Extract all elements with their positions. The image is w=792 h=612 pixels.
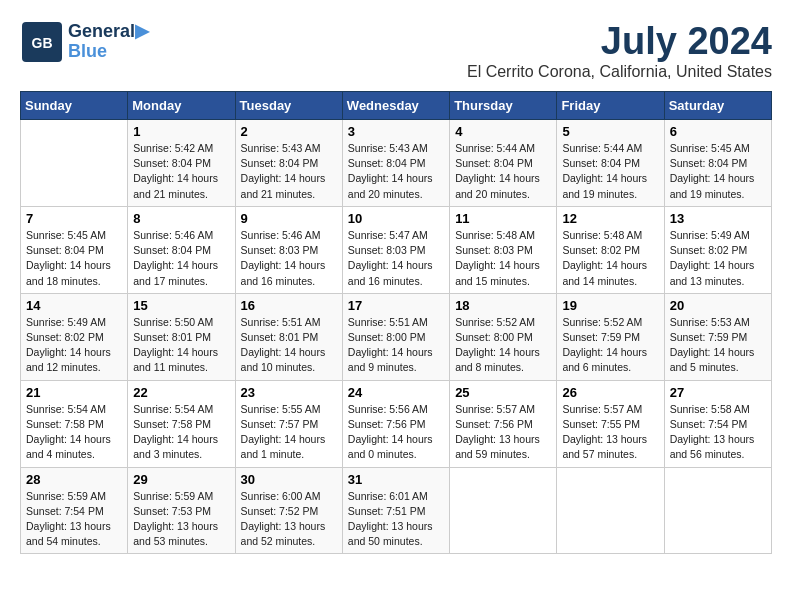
calendar-cell: 10Sunrise: 5:47 AM Sunset: 8:03 PM Dayli… — [342, 206, 449, 293]
location-title: El Cerrito Corona, California, United St… — [467, 63, 772, 81]
calendar-cell: 7Sunrise: 5:45 AM Sunset: 8:04 PM Daylig… — [21, 206, 128, 293]
weekday-header-tuesday: Tuesday — [235, 92, 342, 120]
calendar-cell: 26Sunrise: 5:57 AM Sunset: 7:55 PM Dayli… — [557, 380, 664, 467]
day-info: Sunrise: 5:48 AM Sunset: 8:02 PM Dayligh… — [562, 228, 658, 289]
calendar-cell — [450, 467, 557, 554]
calendar-cell: 16Sunrise: 5:51 AM Sunset: 8:01 PM Dayli… — [235, 293, 342, 380]
day-number: 28 — [26, 472, 122, 487]
calendar-cell: 12Sunrise: 5:48 AM Sunset: 8:02 PM Dayli… — [557, 206, 664, 293]
calendar-cell — [664, 467, 771, 554]
day-number: 7 — [26, 211, 122, 226]
calendar-cell: 28Sunrise: 5:59 AM Sunset: 7:54 PM Dayli… — [21, 467, 128, 554]
day-info: Sunrise: 5:45 AM Sunset: 8:04 PM Dayligh… — [26, 228, 122, 289]
month-title: July 2024 — [467, 20, 772, 63]
day-info: Sunrise: 5:46 AM Sunset: 8:04 PM Dayligh… — [133, 228, 229, 289]
day-number: 4 — [455, 124, 551, 139]
day-info: Sunrise: 5:44 AM Sunset: 8:04 PM Dayligh… — [455, 141, 551, 202]
day-number: 24 — [348, 385, 444, 400]
weekday-header-thursday: Thursday — [450, 92, 557, 120]
calendar-cell: 24Sunrise: 5:56 AM Sunset: 7:56 PM Dayli… — [342, 380, 449, 467]
day-info: Sunrise: 5:57 AM Sunset: 7:56 PM Dayligh… — [455, 402, 551, 463]
day-number: 27 — [670, 385, 766, 400]
day-info: Sunrise: 5:55 AM Sunset: 7:57 PM Dayligh… — [241, 402, 337, 463]
day-number: 6 — [670, 124, 766, 139]
calendar-cell: 25Sunrise: 5:57 AM Sunset: 7:56 PM Dayli… — [450, 380, 557, 467]
day-info: Sunrise: 5:50 AM Sunset: 8:01 PM Dayligh… — [133, 315, 229, 376]
day-number: 29 — [133, 472, 229, 487]
calendar-cell: 18Sunrise: 5:52 AM Sunset: 8:00 PM Dayli… — [450, 293, 557, 380]
weekday-header-friday: Friday — [557, 92, 664, 120]
calendar-cell — [21, 120, 128, 207]
day-number: 20 — [670, 298, 766, 313]
day-info: Sunrise: 5:48 AM Sunset: 8:03 PM Dayligh… — [455, 228, 551, 289]
weekday-header-sunday: Sunday — [21, 92, 128, 120]
calendar-cell: 6Sunrise: 5:45 AM Sunset: 8:04 PM Daylig… — [664, 120, 771, 207]
calendar-cell: 20Sunrise: 5:53 AM Sunset: 7:59 PM Dayli… — [664, 293, 771, 380]
day-info: Sunrise: 6:01 AM Sunset: 7:51 PM Dayligh… — [348, 489, 444, 550]
day-number: 13 — [670, 211, 766, 226]
day-info: Sunrise: 5:47 AM Sunset: 8:03 PM Dayligh… — [348, 228, 444, 289]
day-number: 18 — [455, 298, 551, 313]
day-info: Sunrise: 5:51 AM Sunset: 8:00 PM Dayligh… — [348, 315, 444, 376]
day-number: 8 — [133, 211, 229, 226]
calendar-cell: 1Sunrise: 5:42 AM Sunset: 8:04 PM Daylig… — [128, 120, 235, 207]
day-number: 19 — [562, 298, 658, 313]
calendar-cell: 30Sunrise: 6:00 AM Sunset: 7:52 PM Dayli… — [235, 467, 342, 554]
weekday-header-wednesday: Wednesday — [342, 92, 449, 120]
day-number: 17 — [348, 298, 444, 313]
calendar-cell: 23Sunrise: 5:55 AM Sunset: 7:57 PM Dayli… — [235, 380, 342, 467]
day-number: 2 — [241, 124, 337, 139]
calendar-cell: 3Sunrise: 5:43 AM Sunset: 8:04 PM Daylig… — [342, 120, 449, 207]
day-number: 23 — [241, 385, 337, 400]
day-info: Sunrise: 5:51 AM Sunset: 8:01 PM Dayligh… — [241, 315, 337, 376]
day-number: 3 — [348, 124, 444, 139]
day-number: 10 — [348, 211, 444, 226]
day-number: 1 — [133, 124, 229, 139]
day-info: Sunrise: 5:53 AM Sunset: 7:59 PM Dayligh… — [670, 315, 766, 376]
weekday-header-monday: Monday — [128, 92, 235, 120]
day-number: 22 — [133, 385, 229, 400]
day-info: Sunrise: 5:46 AM Sunset: 8:03 PM Dayligh… — [241, 228, 337, 289]
day-info: Sunrise: 5:49 AM Sunset: 8:02 PM Dayligh… — [670, 228, 766, 289]
day-info: Sunrise: 5:57 AM Sunset: 7:55 PM Dayligh… — [562, 402, 658, 463]
calendar-cell: 19Sunrise: 5:52 AM Sunset: 7:59 PM Dayli… — [557, 293, 664, 380]
day-number: 15 — [133, 298, 229, 313]
calendar-cell: 22Sunrise: 5:54 AM Sunset: 7:58 PM Dayli… — [128, 380, 235, 467]
day-number: 14 — [26, 298, 122, 313]
day-number: 12 — [562, 211, 658, 226]
day-info: Sunrise: 5:59 AM Sunset: 7:54 PM Dayligh… — [26, 489, 122, 550]
day-number: 16 — [241, 298, 337, 313]
day-info: Sunrise: 5:56 AM Sunset: 7:56 PM Dayligh… — [348, 402, 444, 463]
day-number: 21 — [26, 385, 122, 400]
day-number: 31 — [348, 472, 444, 487]
calendar-cell: 29Sunrise: 5:59 AM Sunset: 7:53 PM Dayli… — [128, 467, 235, 554]
day-info: Sunrise: 5:42 AM Sunset: 8:04 PM Dayligh… — [133, 141, 229, 202]
day-info: Sunrise: 6:00 AM Sunset: 7:52 PM Dayligh… — [241, 489, 337, 550]
day-info: Sunrise: 5:52 AM Sunset: 8:00 PM Dayligh… — [455, 315, 551, 376]
calendar-cell: 11Sunrise: 5:48 AM Sunset: 8:03 PM Dayli… — [450, 206, 557, 293]
calendar-cell: 2Sunrise: 5:43 AM Sunset: 8:04 PM Daylig… — [235, 120, 342, 207]
day-info: Sunrise: 5:54 AM Sunset: 7:58 PM Dayligh… — [26, 402, 122, 463]
day-number: 11 — [455, 211, 551, 226]
logo: GB General▶ Blue — [20, 20, 149, 64]
calendar-cell: 27Sunrise: 5:58 AM Sunset: 7:54 PM Dayli… — [664, 380, 771, 467]
day-number: 26 — [562, 385, 658, 400]
day-info: Sunrise: 5:52 AM Sunset: 7:59 PM Dayligh… — [562, 315, 658, 376]
day-info: Sunrise: 5:43 AM Sunset: 8:04 PM Dayligh… — [241, 141, 337, 202]
day-number: 9 — [241, 211, 337, 226]
header: GB General▶ Blue July 2024 El Cerrito Co… — [20, 20, 772, 81]
calendar-cell: 4Sunrise: 5:44 AM Sunset: 8:04 PM Daylig… — [450, 120, 557, 207]
calendar-cell: 17Sunrise: 5:51 AM Sunset: 8:00 PM Dayli… — [342, 293, 449, 380]
day-info: Sunrise: 5:54 AM Sunset: 7:58 PM Dayligh… — [133, 402, 229, 463]
calendar-cell: 9Sunrise: 5:46 AM Sunset: 8:03 PM Daylig… — [235, 206, 342, 293]
day-number: 30 — [241, 472, 337, 487]
day-number: 5 — [562, 124, 658, 139]
calendar-cell: 5Sunrise: 5:44 AM Sunset: 8:04 PM Daylig… — [557, 120, 664, 207]
svg-text:GB: GB — [32, 35, 53, 51]
calendar-cell: 8Sunrise: 5:46 AM Sunset: 8:04 PM Daylig… — [128, 206, 235, 293]
calendar-cell: 14Sunrise: 5:49 AM Sunset: 8:02 PM Dayli… — [21, 293, 128, 380]
calendar-cell: 13Sunrise: 5:49 AM Sunset: 8:02 PM Dayli… — [664, 206, 771, 293]
day-info: Sunrise: 5:58 AM Sunset: 7:54 PM Dayligh… — [670, 402, 766, 463]
calendar-cell — [557, 467, 664, 554]
calendar-cell: 21Sunrise: 5:54 AM Sunset: 7:58 PM Dayli… — [21, 380, 128, 467]
